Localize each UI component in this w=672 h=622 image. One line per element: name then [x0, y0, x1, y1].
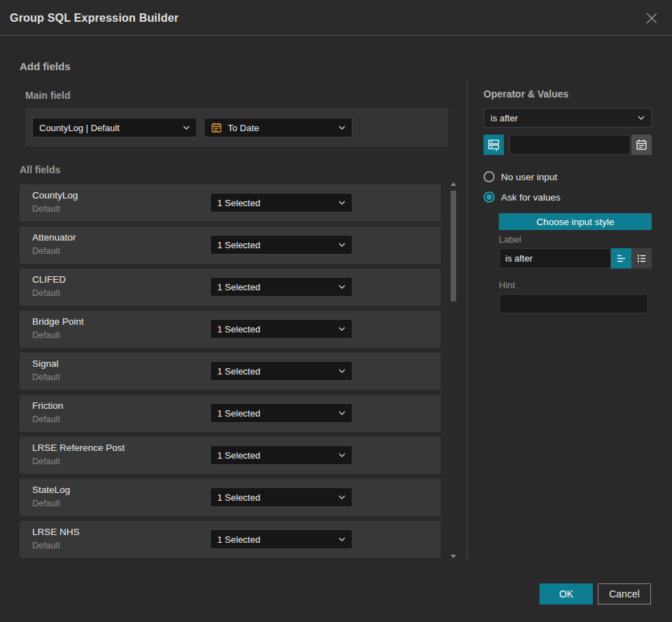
field-subtitle: Default: [32, 499, 60, 508]
choose-input-style-button[interactable]: Choose input style: [499, 213, 652, 230]
field-name: Signal: [32, 358, 59, 369]
radio-no-user-input-label: No user input: [501, 172, 557, 182]
date-field-select[interactable]: To Date: [204, 118, 352, 137]
single-line-style-toggle[interactable]: [611, 248, 631, 269]
main-field-container: CountyLog | Default To Date: [25, 108, 448, 147]
scrollbar-thumb[interactable]: [451, 191, 456, 302]
field-selected-dropdown[interactable]: 1 Selected: [210, 445, 352, 465]
hint-input[interactable]: [499, 294, 648, 313]
calendar-icon: [636, 139, 647, 151]
ok-button[interactable]: OK: [540, 583, 593, 604]
field-row: Friction Default 1 Selected: [20, 395, 441, 432]
panel-divider: [467, 81, 467, 560]
list-style-toggle[interactable]: [631, 248, 652, 269]
selected-count: 1 Selected: [217, 282, 334, 292]
selected-count: 1 Selected: [217, 408, 334, 419]
field-name: CLIFED: [32, 274, 66, 285]
field-selected-dropdown[interactable]: 1 Selected: [210, 193, 352, 212]
field-row: CLIFED Default 1 Selected: [20, 269, 441, 306]
chevron-down-icon: [338, 285, 345, 289]
chevron-down-icon: [338, 126, 345, 130]
chevron-down-icon: [338, 243, 345, 247]
operator-select-value: is after: [491, 113, 633, 123]
selected-count: 1 Selected: [217, 240, 334, 250]
all-fields-label: All fields: [20, 164, 60, 175]
all-fields-list: CountyLog Default 1 Selected Attenuator …: [20, 184, 441, 563]
field-selected-dropdown[interactable]: 1 Selected: [210, 277, 352, 297]
hint-caption: Hint: [499, 280, 515, 290]
radio-circle-checked-icon: [484, 191, 495, 203]
field-name: StateLog: [32, 485, 70, 495]
field-subtitle: Default: [32, 204, 60, 214]
field-row: Attenuator Default 1 Selected: [20, 227, 441, 264]
date-field-select-value: To Date: [228, 123, 334, 133]
label-input[interactable]: [499, 248, 611, 269]
radio-circle-icon: [484, 171, 495, 182]
chevron-down-icon: [338, 327, 345, 331]
list-icon: [636, 252, 647, 264]
cancel-button[interactable]: Cancel: [598, 583, 651, 604]
selected-count: 1 Selected: [217, 534, 334, 545]
operator-values-heading: Operator & Values: [484, 88, 568, 100]
chevron-down-icon: [338, 201, 345, 205]
radio-no-user-input[interactable]: No user input: [484, 171, 557, 182]
field-subtitle: Default: [32, 457, 60, 466]
date-picker-button[interactable]: [631, 135, 652, 155]
fields-scrollbar[interactable]: [451, 181, 457, 560]
selected-count: 1 Selected: [217, 492, 334, 503]
field-row: LRSE Reference Post Default 1 Selected: [20, 437, 441, 474]
field-name: Bridge Point: [32, 316, 84, 327]
field-selected-dropdown[interactable]: 1 Selected: [210, 487, 352, 507]
scroll-down-icon[interactable]: [451, 555, 456, 558]
field-name: Friction: [32, 400, 63, 411]
dialog-title: Group SQL Expression Builder: [10, 0, 179, 36]
align-left-icon: [615, 252, 627, 264]
chevron-down-icon: [338, 495, 345, 499]
chevron-down-icon: [338, 537, 345, 541]
value-input[interactable]: [509, 135, 630, 155]
label-caption: Label: [499, 234, 521, 245]
selected-count: 1 Selected: [217, 324, 334, 334]
field-subtitle: Default: [32, 330, 60, 340]
main-field-select-value: CountyLog | Default: [39, 123, 179, 133]
field-selected-dropdown[interactable]: 1 Selected: [210, 361, 352, 381]
field-subtitle: Default: [32, 414, 60, 424]
field-name: Attenuator: [32, 232, 76, 243]
chevron-down-icon: [338, 453, 345, 457]
selected-count: 1 Selected: [217, 366, 334, 377]
field-name: LRSE NHS: [32, 527, 80, 537]
field-subtitle: Default: [32, 246, 60, 256]
field-name: CountyLog: [32, 190, 78, 201]
operator-select[interactable]: is after: [484, 108, 652, 128]
radio-ask-for-values[interactable]: Ask for values: [484, 191, 561, 203]
field-subtitle: Default: [32, 372, 60, 382]
field-selected-dropdown[interactable]: 1 Selected: [210, 529, 352, 549]
field-selected-dropdown[interactable]: 1 Selected: [210, 319, 352, 339]
field-row: LRSE NHS Default 1 Selected: [20, 521, 441, 558]
chevron-down-icon: [183, 126, 190, 130]
dialog-header: Group SQL Expression Builder: [0, 0, 672, 36]
field-row: StateLog Default 1 Selected: [20, 479, 441, 516]
chevron-down-icon: [638, 116, 645, 120]
selected-count: 1 Selected: [217, 198, 334, 208]
field-row: Signal Default 1 Selected: [20, 353, 441, 390]
calendar-icon: [211, 122, 222, 133]
field-subtitle: Default: [32, 541, 60, 550]
chevron-down-icon: [338, 369, 345, 373]
field-subtitle: Default: [32, 288, 60, 298]
field-selected-dropdown[interactable]: 1 Selected: [210, 403, 352, 423]
main-field-select[interactable]: CountyLog | Default: [32, 118, 197, 137]
chevron-down-icon: [338, 411, 345, 415]
selected-count: 1 Selected: [217, 450, 334, 461]
scroll-up-icon[interactable]: [451, 182, 456, 186]
radio-ask-for-values-label: Ask for values: [501, 192, 561, 203]
close-icon[interactable]: [645, 12, 658, 25]
field-row: Bridge Point Default 1 Selected: [20, 311, 441, 348]
field-row: CountyLog Default 1 Selected: [20, 184, 441, 222]
field-name: LRSE Reference Post: [32, 442, 125, 453]
unique-values-button[interactable]: [484, 135, 504, 155]
add-fields-heading: Add fields: [20, 60, 71, 72]
field-selected-dropdown[interactable]: 1 Selected: [210, 235, 352, 255]
unique-values-icon: [487, 138, 500, 151]
main-field-label: Main field: [25, 90, 71, 101]
